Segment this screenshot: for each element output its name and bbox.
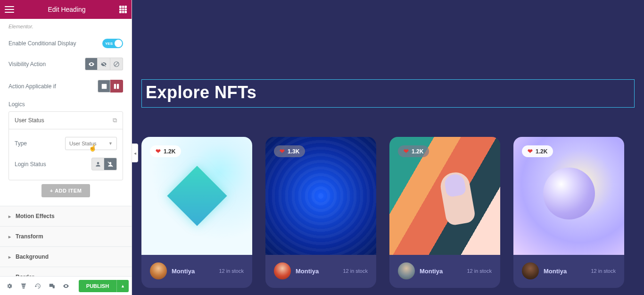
panel-body: Elementor. Enable Conditional Display YE… (0, 19, 132, 276)
login-no-icon[interactable] (104, 158, 117, 170)
section-transform[interactable]: ▸Transform (0, 226, 132, 246)
applicable-any-icon[interactable] (110, 80, 123, 93)
publish-button[interactable]: PUBLISH (79, 280, 116, 292)
history-icon[interactable] (31, 279, 44, 293)
enable-conditional-row: Enable Conditional Display YES (0, 34, 132, 53)
editor-topbar: Edit Heading (0, 0, 132, 19)
heart-icon: ❤ (156, 148, 161, 155)
section-motion-effects[interactable]: ▸Motion Effects (0, 206, 132, 226)
applicable-row: Action Applicable if (0, 75, 132, 97)
logic-item-header[interactable]: User Status ⧉ (9, 112, 123, 129)
editor-footer: PUBLISH ▲ (0, 276, 132, 295)
copy-icon[interactable]: ⧉ (113, 117, 117, 124)
type-row: Type User Status ▼ ☝ (15, 133, 117, 154)
avatar (150, 262, 167, 279)
logic-item-body: Type User Status ▼ ☝ Login Status (9, 129, 123, 180)
applicable-all-icon[interactable] (98, 80, 110, 93)
svg-rect-4 (50, 284, 53, 287)
visibility-show-icon[interactable] (85, 58, 98, 70)
responsive-icon[interactable] (45, 279, 58, 293)
stock-label: 12 in stock (343, 268, 368, 274)
nft-card[interactable]: ❤1.2K Montiya 12 in stock (513, 137, 624, 288)
svg-rect-3 (117, 84, 119, 89)
enable-conditional-label: Enable Conditional Display (8, 40, 76, 47)
card-footer: Montiya 12 in stock (513, 255, 624, 288)
caret-icon: ▸ (8, 234, 11, 239)
nft-card[interactable]: ❤1.2K Montiya 12 in stock (141, 137, 252, 288)
like-badge[interactable]: ❤1.2K (150, 145, 181, 157)
add-item-button[interactable]: ADD ITEM (41, 184, 91, 197)
avatar (522, 262, 539, 279)
visibility-hide-icon[interactable] (98, 58, 110, 70)
card-footer: Montiya 12 in stock (265, 255, 376, 288)
visibility-action-label: Visibility Action (8, 61, 46, 67)
logic-item: User Status ⧉ Type User Status ▼ ☝ Login… (8, 111, 123, 180)
navigator-icon[interactable] (17, 279, 30, 293)
type-label: Type (15, 140, 27, 147)
settings-icon[interactable] (3, 279, 16, 293)
nft-image: ❤1.2K (389, 137, 500, 255)
visibility-action-group (85, 58, 123, 70)
editor-sidebar: Edit Heading Elementor. Enable Condition… (0, 0, 132, 295)
publish-group: PUBLISH ▲ (79, 280, 129, 292)
help-text: Elementor. (0, 22, 132, 34)
chevron-down-icon: ▼ (108, 141, 113, 146)
section-border[interactable]: ▸Border (0, 267, 132, 276)
visibility-action-row: Visibility Action (0, 53, 132, 75)
author-name: Montiya (420, 268, 443, 275)
preview-icon[interactable] (59, 279, 73, 293)
svg-rect-2 (114, 84, 116, 89)
like-badge[interactable]: ❤1.2K (522, 145, 553, 157)
visibility-none-icon[interactable] (110, 58, 123, 70)
hero-section (141, 5, 635, 85)
applicable-label: Action Applicable if (8, 83, 56, 90)
preview-area: Explore NFTs ❤1.2K Montiya 12 in stock ❤… (132, 0, 644, 295)
card-footer: Montiya 12 in stock (141, 255, 252, 288)
type-select[interactable]: User Status ▼ ☝ (65, 137, 117, 150)
logic-item-title: User Status (15, 117, 44, 124)
nft-card[interactable]: ❤1.2K Montiya 12 in stock (389, 137, 500, 288)
stock-label: 12 in stock (219, 268, 244, 274)
heart-icon: ❤ (280, 148, 285, 155)
heart-icon: ❤ (528, 148, 533, 155)
logics-label: Logics (0, 97, 132, 111)
caret-icon: ▸ (8, 214, 11, 219)
login-yes-icon[interactable] (91, 158, 104, 170)
page-heading: Explore NFTs (146, 83, 630, 102)
nft-image: ❤1.2K (141, 137, 252, 255)
apps-icon[interactable] (119, 6, 127, 13)
svg-rect-5 (53, 285, 55, 288)
like-badge[interactable]: ❤1.2K (398, 145, 429, 157)
caret-icon: ▸ (8, 254, 11, 260)
like-badge[interactable]: ❤1.3K (274, 145, 305, 157)
avatar (398, 262, 415, 279)
caret-icon: ▸ (8, 275, 11, 277)
applicable-group (98, 80, 123, 93)
stock-label: 12 in stock (591, 268, 616, 274)
author-name: Montiya (296, 268, 319, 275)
nft-image: ❤1.2K (513, 137, 624, 255)
login-status-row: Login Status (15, 154, 117, 174)
login-status-label: Login Status (15, 161, 46, 168)
section-background[interactable]: ▸Background (0, 246, 132, 267)
collapse-sidebar-icon[interactable]: ◂ (132, 143, 138, 162)
nft-cards: ❤1.2K Montiya 12 in stock ❤1.3K Montiya … (141, 137, 635, 288)
editor-title: Edit Heading (14, 6, 119, 13)
stock-label: 12 in stock (467, 268, 492, 274)
login-status-group (91, 158, 117, 170)
heading-widget-selected[interactable]: Explore NFTs (141, 79, 635, 108)
enable-conditional-toggle[interactable]: YES (102, 39, 123, 48)
nft-image: ❤1.3K (265, 137, 376, 255)
avatar (274, 262, 291, 279)
nft-card[interactable]: ❤1.3K Montiya 12 in stock (265, 137, 376, 288)
menu-icon[interactable] (5, 6, 14, 13)
publish-dropdown[interactable]: ▲ (116, 280, 129, 292)
heart-icon: ❤ (404, 148, 409, 155)
author-name: Montiya (544, 268, 567, 275)
card-footer: Montiya 12 in stock (389, 255, 500, 288)
author-name: Montiya (172, 268, 195, 275)
svg-rect-1 (101, 84, 107, 89)
